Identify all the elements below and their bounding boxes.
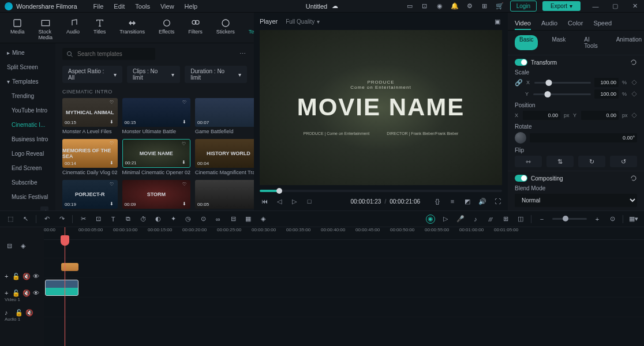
minimize-icon[interactable]: — — [591, 2, 600, 11]
subtab-mask[interactable]: Mask — [547, 35, 570, 50]
filter-aspect[interactable]: Aspect Ratio : All ▾ — [62, 66, 122, 83]
tl-speed-icon[interactable]: ⏱ — [138, 215, 148, 224]
apps-icon[interactable]: ⊞ — [480, 2, 489, 11]
split-view-icon[interactable]: ≡ — [448, 197, 457, 206]
timeline-ruler[interactable]: 00:0000:00:05:0000:00:10:0000:00:15:0000… — [44, 227, 644, 240]
stop-icon[interactable]: □ — [305, 197, 314, 206]
bell-icon[interactable]: 🔔 — [450, 2, 459, 11]
snapshot-icon[interactable]: ▣ — [493, 17, 502, 26]
template-card[interactable]: HISTORY WORLD00:04⬇♡Cinematic Magnificen… — [195, 139, 254, 175]
video-clip[interactable] — [45, 280, 78, 296]
tl-copy-icon[interactable]: ⧉ — [123, 215, 133, 224]
cart-icon[interactable]: 🛒 — [495, 2, 504, 11]
tab-effects[interactable]: Effects — [153, 16, 180, 43]
tl-redo-icon[interactable]: ↷ — [57, 215, 66, 224]
text-clip[interactable] — [61, 263, 78, 271]
rotate-cw-button[interactable]: ↻ — [578, 156, 605, 167]
zoom-in-icon[interactable]: + — [593, 215, 602, 224]
lock-icon[interactable]: 🔓 — [12, 289, 19, 296]
scale-x-input[interactable] — [594, 78, 619, 87]
sidebar-item-music[interactable]: Music Festival — [0, 190, 55, 204]
pos-y-input[interactable] — [581, 111, 619, 120]
sidebar-item-cinematic[interactable]: Cinematic I... — [0, 118, 55, 132]
device-icon[interactable]: ▭ — [405, 2, 414, 11]
tl-cut-icon[interactable]: ✂ — [78, 215, 88, 224]
subtab-basic[interactable]: Basic — [515, 35, 538, 50]
login-button[interactable]: Login — [510, 1, 537, 12]
scale-y-input[interactable] — [594, 89, 619, 99]
tab-video[interactable]: Video — [515, 17, 531, 30]
tl-color-icon[interactable]: ◐ — [153, 215, 163, 224]
tab-color[interactable]: Color — [568, 17, 583, 30]
link-icon[interactable]: 🔗 — [515, 79, 523, 86]
sidebar-item-split[interactable]: Split Screen — [0, 60, 55, 74]
sidebar-item-logo[interactable]: Logo Reveal — [0, 146, 55, 161]
tl-timer-icon[interactable]: ◷ — [184, 215, 193, 224]
tl-audio-icon[interactable]: ♪ — [471, 215, 480, 224]
reset-compositing-icon[interactable] — [630, 175, 637, 182]
menu-file[interactable]: File — [93, 3, 104, 10]
flip-v-button[interactable]: ⇅ — [546, 156, 574, 167]
add-track-icon[interactable]: + — [5, 289, 9, 296]
zoom-out-icon[interactable]: − — [537, 215, 546, 224]
zoom-fit-icon[interactable]: ⊙ — [608, 215, 617, 224]
tl-focus-icon[interactable]: ⊙ — [199, 215, 208, 224]
playhead[interactable] — [65, 227, 65, 346]
tl-play2-icon[interactable]: ▷ — [441, 215, 450, 224]
tab-audio-r[interactable]: Audio — [541, 17, 557, 30]
sidebar-item-trending[interactable]: Trending — [0, 89, 55, 103]
tab-transitions[interactable]: Transitions — [114, 16, 151, 43]
marker-icon[interactable]: {} — [433, 197, 442, 206]
export-button[interactable]: Export▾ — [542, 1, 581, 11]
template-card[interactable]: MYTHICAL ANIMAL00:15⬇♡Monster A Level Fi… — [62, 98, 118, 134]
menu-edit[interactable]: Edit — [114, 3, 125, 10]
tl-link-icon[interactable]: ∞ — [214, 215, 223, 224]
track-area[interactable]: 00:0000:00:05:0000:00:10:0000:00:15:0000… — [44, 227, 644, 346]
menu-help[interactable]: Help — [185, 3, 198, 10]
template-card[interactable]: 00:15⬇♡Monster Ultimate Battle — [122, 98, 191, 134]
template-card[interactable]: 00:07⬇♡Game Battlefield — [195, 98, 254, 134]
tl-select-icon[interactable]: ⬚ — [6, 215, 15, 224]
lock-icon[interactable]: 🔓 — [12, 273, 19, 280]
sidebar-item-templates[interactable]: ▾ Templates — [0, 74, 55, 89]
scale-x-slider[interactable] — [534, 82, 591, 84]
lock-icon[interactable]: 🔓 — [15, 309, 22, 316]
save-icon[interactable]: ⊡ — [420, 2, 429, 11]
tl-grid-icon[interactable]: ▦▾ — [629, 215, 638, 224]
flip-h-button[interactable]: ⇿ — [515, 156, 542, 167]
prev-frame-icon[interactable]: ⏮ — [260, 197, 269, 206]
settings-icon[interactable]: ◩ — [463, 197, 472, 206]
step-back-icon[interactable]: ◁ — [275, 197, 284, 206]
audio-track-icon[interactable]: ♪ — [5, 309, 12, 316]
play-icon[interactable]: ▷ — [290, 197, 299, 206]
menu-view[interactable]: View — [160, 3, 174, 10]
maximize-icon[interactable]: ▢ — [611, 2, 620, 11]
sidebar-item-subscribe[interactable]: Subscribe — [0, 175, 55, 190]
tl-effect-icon[interactable]: ✦ — [169, 215, 178, 224]
gear-icon[interactable]: ⚙ — [465, 2, 474, 11]
track-marker-icon[interactable]: ◈ — [18, 241, 28, 250]
tab-speed[interactable]: Speed — [593, 17, 612, 30]
track-lock-icon[interactable]: ⊟ — [5, 241, 14, 250]
zoom-slider[interactable] — [552, 218, 587, 220]
volume-icon[interactable]: 🔊 — [478, 197, 487, 206]
rotate-input[interactable] — [530, 133, 637, 142]
tl-snap-icon[interactable]: ◫ — [516, 215, 525, 224]
tab-filters[interactable]: Filters — [182, 16, 208, 43]
search-input[interactable] — [62, 48, 155, 60]
template-card[interactable]: MEMORIES OF THE SEA00:14⬇♡Cinematic Dail… — [62, 139, 118, 175]
sidebar-item-youtube[interactable]: YouTube Intro — [0, 103, 55, 118]
template-card[interactable]: STORM00:09⬇♡Cinematic Sci Fi Intro 01 — [122, 180, 191, 210]
eye-icon[interactable]: 👁 — [33, 289, 39, 296]
tl-mark-icon[interactable]: ◈ — [259, 215, 268, 224]
keyframe-icon[interactable] — [631, 91, 637, 97]
keyframe-icon[interactable] — [631, 112, 637, 118]
transform-toggle[interactable] — [515, 59, 527, 66]
pos-x-input[interactable] — [523, 111, 560, 120]
sidebar-item-mine[interactable]: ▸ Mine — [0, 46, 55, 60]
mute-icon[interactable]: 🔇 — [23, 289, 29, 296]
cloud-sync-icon[interactable]: ◉ — [435, 2, 444, 11]
add-track-icon[interactable]: + — [5, 273, 9, 280]
close-icon[interactable]: ✕ — [630, 2, 639, 11]
tl-mic-icon[interactable]: 🎤 — [456, 215, 465, 224]
